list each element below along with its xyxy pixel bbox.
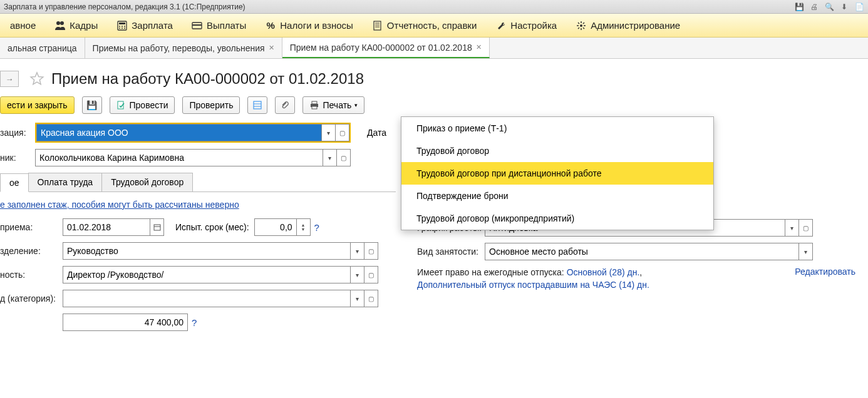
gear-icon: [576, 20, 587, 31]
dropdown-button[interactable]: ▾: [322, 124, 336, 141]
nav-nastroika[interactable]: Настройка: [492, 18, 561, 34]
svg-point-1: [60, 21, 64, 25]
nav-zarplata[interactable]: Зарплата: [113, 18, 177, 34]
position-input[interactable]: [63, 266, 351, 283]
dropdown-button[interactable]: ▾: [323, 149, 337, 166]
close-icon[interactable]: ✕: [269, 44, 274, 52]
svg-rect-24: [154, 225, 160, 230]
svg-rect-21: [312, 101, 317, 104]
dropdown-button[interactable]: ▾: [351, 290, 364, 307]
vacation-add-link[interactable]: Дополнительный отпуск пострадавшим на ЧА…: [417, 280, 649, 290]
dropdown-button[interactable]: ▾: [351, 266, 364, 283]
search-header-icon[interactable]: 🔍: [824, 2, 834, 12]
print-menu-remote-contract[interactable]: Трудовой договор при дистанционной работ…: [401, 162, 713, 185]
emptype-label: Вид занятости:: [417, 247, 485, 257]
button-label: ести и закрыть: [7, 100, 68, 110]
main-nav: авное Кадры Зарплата Выплаты % Налоги и …: [0, 14, 868, 38]
nav-nalogi[interactable]: % Налоги и взносы: [261, 18, 357, 34]
vacation-prefix: Имеет право на ежегодные отпуска:: [417, 267, 564, 277]
organization-input[interactable]: [36, 124, 322, 141]
print-button[interactable]: Печать ▾: [302, 96, 364, 114]
trial-months-input[interactable]: [254, 218, 297, 236]
dropdown-button[interactable]: ▾: [785, 219, 799, 237]
post-icon: [116, 100, 127, 110]
open-ref-button[interactable]: ▢: [364, 242, 378, 260]
close-icon[interactable]: ✕: [476, 43, 482, 51]
nav-admin[interactable]: Администрирование: [572, 18, 684, 34]
salary-input[interactable]: [63, 314, 188, 331]
stage-warning-link[interactable]: е заполнен стаж, пособия могут быть расс…: [0, 200, 239, 210]
position-label: ность:: [0, 270, 63, 280]
report-icon: [372, 20, 383, 31]
print-menu-micro-contract[interactable]: Трудовой договор (микропредприятий): [401, 207, 713, 230]
svg-point-0: [56, 21, 60, 25]
calendar-icon[interactable]: [150, 218, 164, 236]
org-label: зация:: [0, 128, 35, 138]
print-menu-contract[interactable]: Трудовой договор: [401, 140, 713, 162]
open-ref-button[interactable]: ▢: [337, 149, 351, 166]
svg-rect-18: [254, 101, 261, 109]
dropdown-button[interactable]: ▾: [799, 243, 813, 260]
nav-label: Администрирование: [591, 20, 680, 31]
prop-tab-main[interactable]: ое: [0, 173, 29, 192]
open-ref-button[interactable]: ▢: [336, 124, 349, 141]
svg-point-4: [119, 26, 120, 27]
svg-point-8: [121, 28, 123, 29]
more-icon[interactable]: 📄: [854, 2, 864, 12]
favorite-star-icon[interactable]: [29, 71, 45, 87]
help-icon[interactable]: ?: [192, 317, 197, 328]
registers-button[interactable]: [247, 96, 267, 114]
spinner-buttons[interactable]: ▲▼: [297, 218, 311, 236]
tab-hires-list[interactable]: Приемы на работу, переводы, увольнения ✕: [85, 38, 282, 58]
button-label: Печать: [323, 100, 351, 110]
button-label: Провести: [130, 100, 168, 110]
vacation-main-link[interactable]: Основной (28) дн.: [567, 267, 640, 277]
attachments-button[interactable]: [275, 96, 295, 114]
tab-label: Прием на работу КА00-000002 от 01.02.201…: [290, 43, 472, 53]
window-title: Зарплата и управление персоналом, редакц…: [4, 3, 245, 11]
employee-label: ник:: [0, 153, 35, 163]
help-icon[interactable]: ?: [314, 222, 319, 233]
window-state-icon[interactable]: ⬇: [839, 2, 849, 12]
edit-vacations-link[interactable]: Редактировать: [795, 267, 855, 277]
svg-rect-12: [374, 21, 381, 30]
category-input[interactable]: [63, 290, 351, 307]
print-menu-booking[interactable]: Подтверждение брони: [401, 185, 713, 207]
nav-vyplaty[interactable]: Выплаты: [188, 18, 250, 34]
post-and-close-button[interactable]: ести и закрыть: [0, 96, 75, 114]
hire-date-input[interactable]: [63, 218, 150, 236]
print-menu-t1[interactable]: Приказ о приеме (Т-1): [401, 117, 713, 140]
tab-start-page[interactable]: альная страница: [0, 38, 85, 58]
open-ref-button[interactable]: ▢: [364, 290, 378, 307]
svg-point-16: [580, 24, 582, 27]
document-tabs: альная страница Приемы на работу, перево…: [0, 38, 868, 59]
nav-label: Кадры: [70, 20, 98, 31]
dept-label: зделение:: [0, 246, 63, 256]
prop-tab-pay[interactable]: Оплата труда: [28, 173, 103, 191]
employee-input[interactable]: [35, 149, 323, 166]
open-ref-button[interactable]: ▢: [799, 219, 813, 237]
trial-label: Испыт. срок (мес):: [175, 222, 249, 232]
dropdown-button[interactable]: ▾: [351, 242, 364, 260]
svg-rect-11: [192, 24, 202, 26]
nav-label: Налоги и взносы: [280, 20, 353, 31]
save-icon[interactable]: 💾: [794, 2, 804, 12]
nav-main[interactable]: авное: [6, 18, 39, 33]
paperclip-icon: [280, 100, 290, 110]
prop-tab-contract[interactable]: Трудовой договор: [101, 173, 193, 191]
employment-type-input[interactable]: [485, 243, 799, 260]
wrench-icon: [495, 20, 507, 31]
svg-rect-23: [312, 106, 317, 109]
tab-hire-doc[interactable]: Прием на работу КА00-000002 от 01.02.201…: [282, 38, 490, 58]
open-ref-button[interactable]: ▢: [364, 266, 378, 283]
nav-otchetnost[interactable]: Отчетность, справки: [368, 18, 480, 34]
nav-kadry[interactable]: Кадры: [51, 18, 101, 34]
post-button[interactable]: Провести: [110, 96, 175, 114]
save-button[interactable]: 💾: [82, 96, 102, 114]
print-icon[interactable]: 🖨: [809, 2, 819, 12]
forward-button[interactable]: →: [0, 71, 19, 87]
svg-rect-3: [119, 23, 125, 24]
department-input[interactable]: [63, 242, 351, 260]
hire-date-label: приема:: [0, 222, 63, 232]
check-button[interactable]: Проверить: [182, 96, 240, 114]
